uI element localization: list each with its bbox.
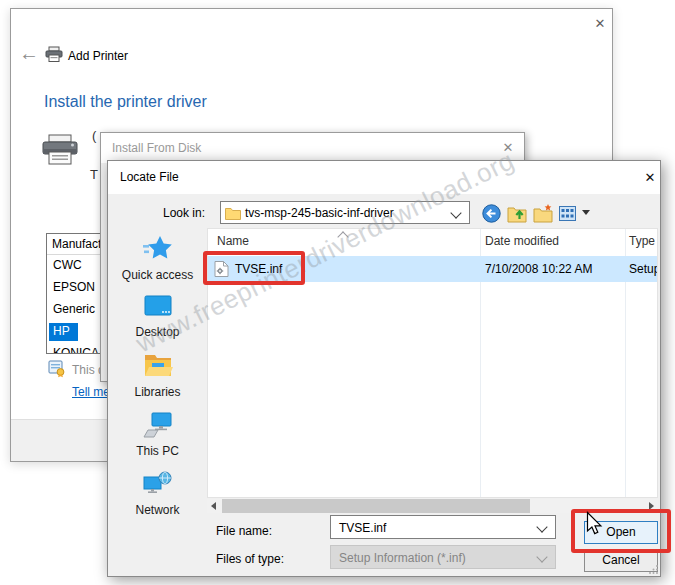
highlight-box-file [203, 251, 305, 285]
quick-access-icon [142, 235, 174, 263]
file-name-combobox[interactable]: TVSE.inf [330, 515, 556, 539]
libraries-icon [142, 352, 174, 380]
titlebar [108, 161, 660, 194]
files-of-type-dropdown: Setup Information (*.inf) [330, 545, 556, 569]
column-header-date-modified[interactable]: Date modified [485, 234, 559, 248]
network-icon [142, 470, 174, 498]
scroll-left-icon[interactable] [211, 502, 216, 510]
look-in-dropdown[interactable]: tvs-msp-245-basic-inf-driver [220, 201, 470, 224]
sidebar-item-this-pc[interactable]: This PC [110, 411, 205, 458]
column-header-type[interactable]: Type [629, 234, 655, 248]
sidebar-item-label: Network [110, 503, 205, 517]
sidebar-item-label: This PC [110, 444, 205, 458]
this-pc-icon [142, 411, 174, 439]
selected-manufacturer[interactable]: HP [49, 323, 78, 341]
sort-ascending-icon [337, 231, 348, 242]
column-header-name[interactable]: Name [217, 234, 249, 248]
signed-driver-icon [48, 359, 67, 378]
files-of-type-label: Files of type: [216, 552, 284, 566]
view-menu-caret-icon[interactable] [582, 210, 590, 216]
screenshot-root: { "watermark": "www.freeprinterdriverdow… [0, 0, 675, 585]
window-title: Install From Disk [112, 141, 201, 155]
file-name-value[interactable]: TVSE.inf [339, 521, 386, 535]
close-icon[interactable]: ✕ [591, 15, 609, 33]
mouse-cursor-icon [586, 511, 603, 536]
dialog-toolbar [482, 202, 590, 224]
up-one-level-icon[interactable] [507, 204, 527, 223]
folder-icon [225, 207, 241, 220]
files-of-type-value: Setup Information (*.inf) [339, 551, 466, 565]
printer-large-icon [41, 134, 79, 168]
chevron-down-icon [536, 551, 547, 562]
desktop-icon [142, 294, 174, 320]
sidebar-item-desktop[interactable]: Desktop [110, 294, 205, 339]
look-in-value: tvs-msp-245-basic-inf-driver [245, 206, 394, 220]
file-type-cell[interactable]: Setup Information [629, 262, 658, 276]
back-arrow-icon[interactable]: ← [19, 42, 39, 65]
sidebar-item-quick-access[interactable]: Quick access [110, 235, 205, 282]
resize-grip[interactable] [648, 564, 659, 575]
page-title: Install the printer driver [44, 93, 207, 111]
new-folder-icon[interactable] [533, 204, 553, 223]
close-icon[interactable]: ✕ [641, 169, 659, 187]
chevron-down-icon[interactable] [450, 207, 461, 218]
sidebar-item-label: Desktop [110, 325, 205, 339]
close-icon[interactable]: ✕ [499, 139, 517, 157]
scrollbar-thumb[interactable] [222, 499, 530, 513]
file-name-label: File name: [216, 524, 272, 538]
sidebar-item-network[interactable]: Network [110, 470, 205, 517]
file-date-cell[interactable]: 7/10/2008 10:22 AM [485, 262, 592, 276]
occluded-text-fragment: T [90, 167, 98, 182]
back-button-icon[interactable] [482, 204, 501, 223]
sidebar-item-label: Libraries [110, 385, 205, 399]
window-title: Locate File [120, 170, 179, 184]
look-in-label: Look in: [163, 206, 205, 220]
window-title: Add Printer [68, 49, 128, 63]
chevron-down-icon[interactable] [536, 521, 547, 532]
view-menu-icon[interactable] [559, 206, 576, 221]
sidebar-item-label: Quick access [110, 268, 205, 282]
places-sidebar: Quick access Desktop Libraries [110, 233, 205, 525]
sidebar-item-libraries[interactable]: Libraries [110, 352, 205, 399]
occluded-text-fragment: ( [92, 128, 96, 143]
printer-icon [45, 46, 63, 63]
